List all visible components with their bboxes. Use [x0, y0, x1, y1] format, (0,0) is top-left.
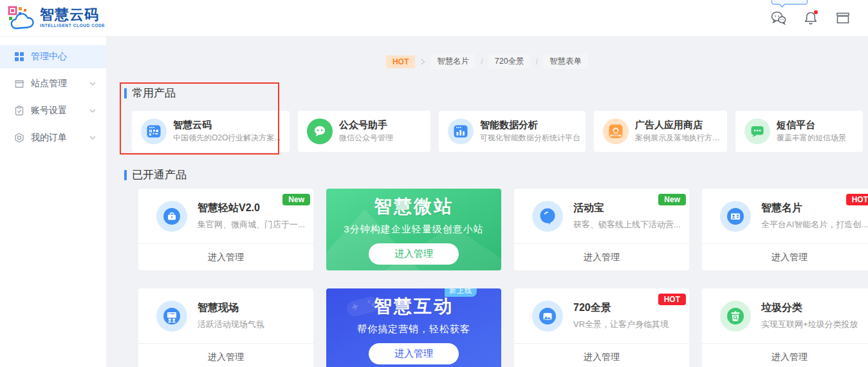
common-product-card-advertiser-app-store[interactable]: APP STORE 广告人应用商店 案例展示及落地执行方案下载 [594, 111, 727, 152]
shop-window-icon[interactable] [835, 10, 851, 26]
banner-title: 智慧互动 [374, 294, 454, 319]
product-title: 短信平台 [777, 119, 846, 131]
opened-products-row-1: New 智慧轻站V2.0 集官网、微商城、门店于一... [138, 189, 868, 270]
product-title: 广告人应用商店 [635, 119, 727, 131]
sidebar-item-account-settings[interactable]: 账号设置 [0, 99, 106, 122]
banner-subtitle: 帮你搞定营销，轻松获客 [357, 323, 470, 335]
product-title: 智慧云码 [173, 119, 281, 131]
site-window-icon [14, 79, 24, 89]
chevron-down-icon [89, 109, 96, 113]
qr-code-icon [141, 118, 167, 144]
hot-badge: HOT [658, 294, 686, 305]
tooltip-cutoff [771, 0, 808, 5]
new-online-badge: 新上线 [445, 288, 477, 297]
product-card-smart-business-card[interactable]: HOT 智慧名片 全平台AI智能名片 [702, 189, 868, 270]
sidebar-item-my-orders[interactable]: 我的订单 [0, 126, 106, 149]
panorama-icon [532, 301, 563, 332]
product-card-smart-lite-site[interactable]: New 智慧轻站V2.0 集官网、微商城、门店于一... [138, 189, 313, 270]
opened-products-row-2: 智慧现场 活跃活动现场气氛 进入管理 智慧互动 新上线 [138, 288, 868, 367]
wechat-bubble-icon [307, 118, 333, 144]
product-desc: 实现互联网+垃圾分类投放 [761, 319, 858, 330]
sms-bubble-icon [744, 118, 770, 144]
trash-bin-icon [720, 301, 751, 332]
common-product-card-official-account-helper[interactable]: 公众号助手 微信公众号管理 [298, 111, 430, 152]
chevron-down-icon [89, 82, 96, 86]
wechat-chat-icon[interactable] [770, 10, 787, 26]
enter-management-button[interactable]: 进入管理 [138, 343, 313, 367]
enter-management-button[interactable]: 进入管理 [702, 243, 868, 270]
common-product-card-smart-cloud-code[interactable]: 智慧云码 中国领先的O2O行业解决方案... [132, 111, 290, 152]
banner-card-smart-interaction[interactable]: 智慧互动 新上线 帮你搞定营销，轻松获客 进入管理 [326, 288, 501, 367]
logo-subtitle: INTELLIGENT CLOUD CODE [40, 24, 105, 28]
logo-title: 智慧云码 [40, 8, 105, 22]
notification-bell-icon[interactable] [802, 10, 819, 26]
product-desc: 集官网、微商城、门店于一... [198, 219, 305, 231]
product-desc: 获客、锁客线上线下活动营... [573, 219, 681, 231]
briefcase-icon [156, 201, 187, 232]
product-card-720-panorama[interactable]: HOT 720全景 VR全景，让客户身临其境 [514, 288, 689, 367]
sidebar-item-label: 站点管理 [31, 78, 67, 89]
clipboard-check-icon [14, 106, 24, 116]
enter-management-button[interactable]: 进入管理 [369, 343, 459, 364]
balloon-icon [532, 201, 563, 232]
common-product-card-data-analysis[interactable]: 智能数据分析 可视化智能数据分析统计平台 [439, 111, 586, 152]
enter-management-button[interactable]: 进入管理 [702, 343, 868, 367]
logo-qr-cloud-icon [8, 6, 36, 30]
presentation-screen-icon [156, 301, 187, 332]
product-title: 垃圾分类 [761, 301, 858, 315]
app-store-icon-text: APP STORE [610, 135, 622, 137]
app-store-bag-icon: APP STORE [603, 118, 629, 144]
notification-red-dot [814, 10, 818, 14]
enter-management-button[interactable]: 进入管理 [369, 243, 459, 265]
main-content: HOT 智慧名片 / 720全景 / 智慧表单 常用产品 [106, 37, 868, 367]
grid-icon [14, 52, 24, 62]
sidebar-item-management-center[interactable]: 管理中心 [0, 45, 106, 68]
nut-gear-icon [14, 133, 24, 143]
product-desc: 可视化智能数据分析统计平台 [480, 133, 580, 144]
common-product-card-sms-platform[interactable]: 短信平台 覆盖丰富的短信场景 [735, 111, 863, 152]
section-title-common-products: 常用产品 [124, 86, 176, 100]
header-actions [770, 10, 851, 26]
product-card-garbage-sorting[interactable]: 垃圾分类 实现互联网+垃圾分类投放 进入管理 [702, 288, 868, 367]
product-title: 公众号助手 [339, 119, 393, 131]
header: 智慧云码 INTELLIGENT CLOUD CODE [0, 0, 868, 37]
sidebar-item-label: 管理中心 [31, 51, 67, 62]
sidebar-item-site-management[interactable]: 站点管理 [0, 72, 106, 95]
product-title: 智能数据分析 [480, 119, 580, 131]
new-badge: New [282, 194, 310, 205]
breadcrumb-separator: / [481, 57, 483, 66]
product-desc: 微信公众号管理 [339, 133, 393, 144]
breadcrumb: HOT 智慧名片 / 720全景 / 智慧表单 [106, 54, 868, 69]
chevron-down-icon [89, 136, 96, 140]
new-badge: New [658, 194, 686, 205]
sidebar: 管理中心 站点管理 账号设置 [0, 37, 106, 367]
enter-management-button[interactable]: 进入管理 [514, 343, 689, 367]
breadcrumb-item[interactable]: 720全景 [488, 54, 531, 69]
product-card-smart-scene[interactable]: 智慧现场 活跃活动现场气氛 进入管理 [138, 288, 313, 367]
product-title: 720全景 [573, 301, 669, 315]
sidebar-item-label: 账号设置 [31, 105, 67, 117]
hot-badge: HOT [846, 194, 868, 205]
common-products-row: 智慧云码 中国领先的O2O行业解决方案... 公众号助手 微信公众号管理 [132, 111, 863, 152]
sidebar-item-label: 我的订单 [31, 132, 67, 144]
banner-title: 智慧微站 [374, 194, 454, 219]
breadcrumb-item[interactable]: 智慧名片 [430, 54, 476, 69]
enter-management-button[interactable]: 进入管理 [138, 243, 313, 270]
breadcrumb-separator: / [536, 57, 538, 66]
product-desc: 覆盖丰富的短信场景 [777, 133, 846, 144]
section-title-opened-products: 已开通产品 [124, 167, 187, 182]
banner-card-smart-micro-site[interactable]: 智慧微站 3分钟构建企业轻量级创意小站 进入管理 [326, 189, 501, 270]
breadcrumb-item[interactable]: 智慧表单 [543, 54, 588, 69]
enter-management-button[interactable]: 进入管理 [514, 243, 689, 270]
product-desc: 全平台AI智能名片，打造创... [761, 219, 868, 231]
logo[interactable]: 智慧云码 INTELLIGENT CLOUD CODE [8, 6, 105, 30]
product-desc: 活跃活动现场气氛 [198, 319, 264, 330]
product-title: 智慧现场 [198, 301, 264, 315]
product-card-activity-treasure[interactable]: New 活动宝 获客、锁客线上线下活动营... 进入管理 [514, 189, 689, 270]
product-desc: VR全景，让客户身临其境 [573, 319, 669, 330]
product-desc: 中国领先的O2O行业解决方案... [173, 133, 281, 144]
hot-badge: HOT [386, 55, 415, 68]
id-card-icon [720, 201, 751, 232]
chevron-right-icon [420, 59, 425, 65]
app-root: 智慧云码 INTELLIGENT CLOUD CODE [0, 0, 868, 367]
